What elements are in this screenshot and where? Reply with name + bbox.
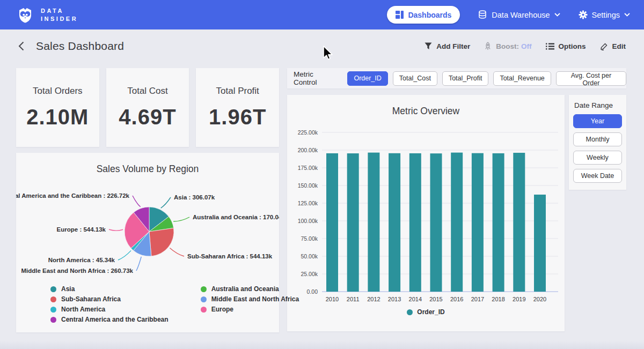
bar-chart: 0.0025.00k50.00k75.00k100.00k125.00k150.… <box>287 117 565 310</box>
metric-option-order-id[interactable]: Order_ID <box>347 71 387 86</box>
bar-chart-title: Metric Overview <box>287 95 565 117</box>
legend-label: Asia <box>61 285 75 293</box>
pie-callout-line <box>109 229 123 231</box>
bar-2019[interactable] <box>513 153 525 292</box>
kpi-value: 2.10M <box>26 105 89 129</box>
brand-logo[interactable]: DATA INSIDER <box>16 6 78 24</box>
bar-2016[interactable] <box>451 153 463 292</box>
bar-2011[interactable] <box>347 153 359 292</box>
chevron-down-icon <box>624 13 630 17</box>
settings-label: Settings <box>592 11 620 19</box>
metric-option-total-cost[interactable]: Total_Cost <box>393 71 437 86</box>
legend-label: Sub-Saharan Africa <box>61 295 121 303</box>
y-tick-label: 75.00k <box>301 235 318 242</box>
pie-chart: Asia : 306.07kAustralia and Oceania : 17… <box>16 179 279 283</box>
pie-callout-line <box>136 257 141 271</box>
bar-2020[interactable] <box>534 195 546 292</box>
pie-callout-line <box>173 217 189 221</box>
back-button[interactable] <box>18 41 24 51</box>
metric-option-avg-cost-per-order[interactable]: Avg. Cost per Order <box>556 71 626 86</box>
settings-menu[interactable]: Settings <box>579 10 630 19</box>
date-range-label: Date Range <box>574 101 622 109</box>
pie-chart-legend: AsiaSub-Saharan AfricaNorth AmericaCentr… <box>50 285 299 323</box>
legend-item[interactable]: Sub-Saharan Africa <box>50 295 169 303</box>
bar-chart-legend[interactable]: Order_ID <box>287 308 565 316</box>
x-tick-label: 2019 <box>513 296 525 302</box>
brand-line1: DATA <box>41 8 78 14</box>
boost-label: Boost: <box>496 42 519 50</box>
date-range-option-week-date[interactable]: Week Date <box>573 169 622 183</box>
legend-item[interactable]: Central America and the Caribbean <box>50 316 169 323</box>
boost-toggle[interactable]: Boost: Off <box>484 42 531 50</box>
metric-control-strip: Metric Control Order_IDTotal_CostTotal_P… <box>287 68 626 88</box>
metric-option-total-revenue[interactable]: Total_Revenue <box>493 71 551 86</box>
date-range-option-monthly[interactable]: Monthly <box>573 132 622 146</box>
bar-2014[interactable] <box>409 153 421 292</box>
gear-icon <box>579 10 588 19</box>
pie-callout-label: Australia and Oceania : 170.04k <box>193 214 279 220</box>
database-icon <box>478 10 487 19</box>
legend-item[interactable]: Asia <box>50 285 169 293</box>
pie-callout-line <box>133 196 141 207</box>
date-range-option-weekly[interactable]: Weekly <box>573 151 622 165</box>
kpi-value: 1.96T <box>209 105 266 129</box>
pie-callout-line <box>161 197 171 208</box>
pie-chart-title: Sales Volume by Region <box>16 153 279 175</box>
y-tick-label: 25.00k <box>301 271 318 277</box>
pie-callout-label: Middle East and North Africa : 260.73k <box>21 268 133 274</box>
date-range-option-year[interactable]: Year <box>573 114 622 128</box>
legend-item[interactable]: Australia and Oceania <box>201 285 299 293</box>
metric-control-buttons: Order_IDTotal_CostTotal_ProfitTotal_Reve… <box>347 71 626 86</box>
y-tick-label: 150.00k <box>298 182 318 189</box>
add-filter-button[interactable]: Add Filter <box>425 42 470 50</box>
date-range-card: Date Range YearMonthlyWeeklyWeek Date <box>569 95 626 190</box>
bar-2015[interactable] <box>430 153 442 292</box>
bar-2012[interactable] <box>368 153 379 292</box>
x-tick-label: 2012 <box>367 296 380 302</box>
x-tick-label: 2020 <box>533 296 546 302</box>
legend-label: Middle East and North Africa <box>211 295 299 303</box>
bar-2018[interactable] <box>493 153 504 292</box>
options-button[interactable]: Options <box>546 42 586 50</box>
sales-volume-card: Sales Volume by Region Asia : 306.07kAus… <box>16 153 279 332</box>
legend-column: AsiaSub-Saharan AfricaNorth AmericaCentr… <box>50 285 169 323</box>
legend-dot <box>50 307 56 313</box>
page-title: Sales Dashboard <box>36 40 124 53</box>
y-tick-label: 200.00k <box>298 147 318 153</box>
legend-item[interactable]: Middle East and North Africa <box>201 295 299 303</box>
list-icon <box>546 43 554 50</box>
bar-2010[interactable] <box>326 153 338 292</box>
bar-2017[interactable] <box>472 153 484 292</box>
chevron-down-icon <box>554 13 560 17</box>
legend-item[interactable]: North America <box>50 306 169 313</box>
bar-2013[interactable] <box>389 153 400 292</box>
sales-dashboard-page: DATA INSIDER Dashboards <box>0 0 644 349</box>
dashboards-label: Dashboards <box>408 11 451 19</box>
dashboard-header: Sales Dashboard Add Filter Boost: Off <box>0 29 644 63</box>
legend-item[interactable]: Europe <box>201 306 299 313</box>
kpi-card: Total Orders2.10M <box>16 68 99 147</box>
data-warehouse-menu[interactable]: Data Warehouse <box>478 10 560 19</box>
pie-slice-sub-saharan-africa[interactable] <box>149 228 174 256</box>
bottom-fade <box>0 340 644 349</box>
legend-dot <box>201 286 207 292</box>
dashboards-button[interactable]: Dashboards <box>387 6 460 24</box>
kpi-card: Total Profit1.96T <box>196 68 279 147</box>
kpi-label: Total Orders <box>33 86 83 96</box>
legend-dot <box>201 307 207 313</box>
kpi-value: 4.69T <box>119 105 176 129</box>
legend-label: Central America and the Caribbean <box>61 316 169 323</box>
y-tick-label: 175.00k <box>298 165 318 171</box>
edit-button[interactable]: Edit <box>600 42 626 50</box>
metric-option-total-profit[interactable]: Total_Profit <box>442 71 489 86</box>
pie-callout-label: North America : 45.34k <box>48 257 115 263</box>
kpi-label: Total Profit <box>216 86 259 96</box>
dashboards-icon <box>396 11 404 19</box>
legend-dot <box>50 296 56 302</box>
pie-callout-line <box>118 250 131 260</box>
kpi-row: Total Orders2.10MTotal Cost4.69TTotal Pr… <box>16 68 279 147</box>
legend-label: Europe <box>211 306 233 313</box>
brand-line2: INSIDER <box>41 16 78 22</box>
x-tick-label: 2017 <box>471 296 484 302</box>
top-nav: DATA INSIDER Dashboards <box>0 0 644 29</box>
